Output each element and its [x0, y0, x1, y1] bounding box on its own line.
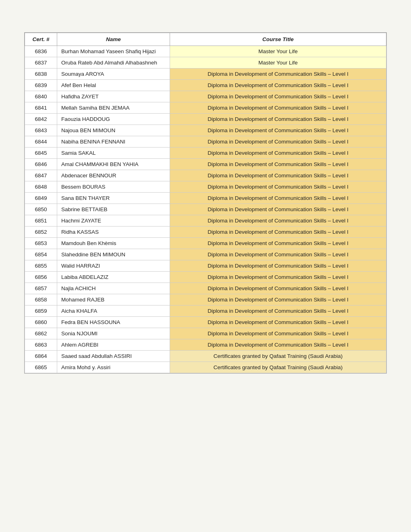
header-course: Course Title — [170, 33, 386, 46]
cell-cert: 6837 — [25, 57, 57, 69]
cell-cert: 6846 — [25, 159, 57, 170]
cell-name: Afef Ben Helal — [57, 80, 170, 91]
cell-course: Diploma in Development of Communication … — [170, 283, 386, 294]
main-table-container: Cert. # Name Course Title 6836Burhan Moh… — [24, 32, 387, 374]
cell-name: Mamdouh Ben Khèmis — [57, 238, 170, 249]
cell-cert: 6849 — [25, 193, 57, 204]
cell-name: Mellah Samiha BEN JEMAA — [57, 102, 170, 114]
cell-cert: 6844 — [25, 136, 57, 148]
cell-name: Bessem BOURAS — [57, 181, 170, 193]
cell-cert: 6857 — [25, 283, 57, 294]
cell-course: Diploma in Development of Communication … — [170, 272, 386, 283]
table-row: 6855Walid HARRAZIDiploma in Development … — [25, 260, 386, 272]
cell-course: Diploma in Development of Communication … — [170, 339, 386, 351]
cell-course: Diploma in Development of Communication … — [170, 193, 386, 204]
table-row: 6850Sabrine BETTAIEBDiploma in Developme… — [25, 204, 386, 215]
cell-course: Diploma in Development of Communication … — [170, 148, 386, 159]
cell-course: Diploma in Development of Communication … — [170, 260, 386, 272]
cell-course: Diploma in Development of Communication … — [170, 328, 386, 339]
cell-cert: 6850 — [25, 204, 57, 215]
cell-name: Najoua BEN MIMOUN — [57, 125, 170, 136]
table-row: 6852Ridha KASSASDiploma in Development o… — [25, 227, 386, 238]
table-row: 6862Sonia NJOUMIDiploma in Development o… — [25, 328, 386, 339]
table-row: 6854Slaheddine BEN MIMOUNDiploma in Deve… — [25, 249, 386, 260]
cell-name: Fedra BEN HASSOUNA — [57, 317, 170, 328]
cell-name: Walid HARRAZI — [57, 260, 170, 272]
cell-name: Samia SAKAL — [57, 148, 170, 159]
cell-name: Burhan Mohamad Yaseen Shafiq Hijazi — [57, 46, 170, 57]
table-row: 6858Mohamed RAJEBDiploma in Development … — [25, 294, 386, 305]
cell-course: Diploma in Development of Communication … — [170, 125, 386, 136]
cell-course: Diploma in Development of Communication … — [170, 215, 386, 227]
table-header-row: Cert. # Name Course Title — [25, 33, 386, 46]
table-row: 6853Mamdouh Ben KhèmisDiploma in Develop… — [25, 238, 386, 249]
cell-cert: 6843 — [25, 125, 57, 136]
cell-course: Diploma in Development of Communication … — [170, 227, 386, 238]
table-row: 6844Nabiha BENINA FENNANIDiploma in Deve… — [25, 136, 386, 148]
cell-course: Diploma in Development of Communication … — [170, 91, 386, 102]
table-row: 6857Najla ACHICHDiploma in Development o… — [25, 283, 386, 294]
header-name: Name — [57, 33, 170, 46]
cell-name: Najla ACHICH — [57, 283, 170, 294]
cell-cert: 6862 — [25, 328, 57, 339]
table-row: 6859Aicha KHALFADiploma in Development o… — [25, 305, 386, 317]
cell-name: Abdenacer BENNOUR — [57, 170, 170, 181]
cell-cert: 6863 — [25, 339, 57, 351]
cell-cert: 6840 — [25, 91, 57, 102]
cell-course: Diploma in Development of Communication … — [170, 317, 386, 328]
table-row: 6837Oruba Rateb Abd Almahdi AlhabashnehM… — [25, 57, 386, 69]
table-row: 6841Mellah Samiha BEN JEMAADiploma in De… — [25, 102, 386, 114]
cell-course: Diploma in Development of Communication … — [170, 136, 386, 148]
cell-cert: 6836 — [25, 46, 57, 57]
cell-course: Diploma in Development of Communication … — [170, 238, 386, 249]
cell-name: Amal CHAMMAKHI BEN YAHIA — [57, 159, 170, 170]
cell-name: Amira Mohd y. Assiri — [57, 362, 170, 373]
cell-cert: 6855 — [25, 260, 57, 272]
cell-name: Saaed saad Abdullah ASSIRI — [57, 351, 170, 362]
table-row: 6864Saaed saad Abdullah ASSIRICertificat… — [25, 351, 386, 362]
table-row: 6856Labiba ABDELAZIZDiploma in Developme… — [25, 272, 386, 283]
cell-name: Hachmi ZAYATE — [57, 215, 170, 227]
cell-cert: 6853 — [25, 238, 57, 249]
cell-name: Slaheddine BEN MIMOUN — [57, 249, 170, 260]
cell-course: Diploma in Development of Communication … — [170, 114, 386, 125]
cell-name: Ridha KASSAS — [57, 227, 170, 238]
table-row: 6865Amira Mohd y. AssiriCertificates gra… — [25, 362, 386, 373]
cell-name: Aicha KHALFA — [57, 305, 170, 317]
cell-cert: 6845 — [25, 148, 57, 159]
cell-name: Mohamed RAJEB — [57, 294, 170, 305]
table-row: 6863Ahlem AGREBIDiploma in Development o… — [25, 339, 386, 351]
cell-course: Certificates granted by Qafaat Training … — [170, 362, 386, 373]
cell-cert: 6841 — [25, 102, 57, 114]
table-row: 6838Soumaya AROYADiploma in Development … — [25, 69, 386, 80]
cell-name: Sabrine BETTAIEB — [57, 204, 170, 215]
cell-cert: 6852 — [25, 227, 57, 238]
table-row: 6847Abdenacer BENNOURDiploma in Developm… — [25, 170, 386, 181]
table-row: 6846Amal CHAMMAKHI BEN YAHIADiploma in D… — [25, 159, 386, 170]
cell-name: Sana BEN THAYER — [57, 193, 170, 204]
cell-name: Sonia NJOUMI — [57, 328, 170, 339]
table-row: 6836Burhan Mohamad Yaseen Shafiq HijaziM… — [25, 46, 386, 57]
cell-course: Certificates granted by Qafaat Training … — [170, 351, 386, 362]
cell-course: Diploma in Development of Communication … — [170, 159, 386, 170]
cell-cert: 6858 — [25, 294, 57, 305]
cell-course: Diploma in Development of Communication … — [170, 102, 386, 114]
cell-name: Nabiha BENINA FENNANI — [57, 136, 170, 148]
table-row: 6851Hachmi ZAYATEDiploma in Development … — [25, 215, 386, 227]
cell-cert: 6859 — [25, 305, 57, 317]
cell-cert: 6854 — [25, 249, 57, 260]
table-row: 6840Hafidha ZAYETDiploma in Development … — [25, 91, 386, 102]
cell-course: Master Your Life — [170, 57, 386, 69]
cell-cert: 6860 — [25, 317, 57, 328]
cell-cert: 6847 — [25, 170, 57, 181]
cell-course: Diploma in Development of Communication … — [170, 204, 386, 215]
cell-cert: 6856 — [25, 272, 57, 283]
table-row: 6839Afef Ben HelalDiploma in Development… — [25, 80, 386, 91]
cell-course: Diploma in Development of Communication … — [170, 170, 386, 181]
table-row: 6845Samia SAKALDiploma in Development of… — [25, 148, 386, 159]
table-row: 6843Najoua BEN MIMOUNDiploma in Developm… — [25, 125, 386, 136]
certificates-table: Cert. # Name Course Title 6836Burhan Moh… — [25, 33, 386, 373]
cell-course: Master Your Life — [170, 46, 386, 57]
cell-cert: 6838 — [25, 69, 57, 80]
cell-name: Faouzia HADDOUG — [57, 114, 170, 125]
